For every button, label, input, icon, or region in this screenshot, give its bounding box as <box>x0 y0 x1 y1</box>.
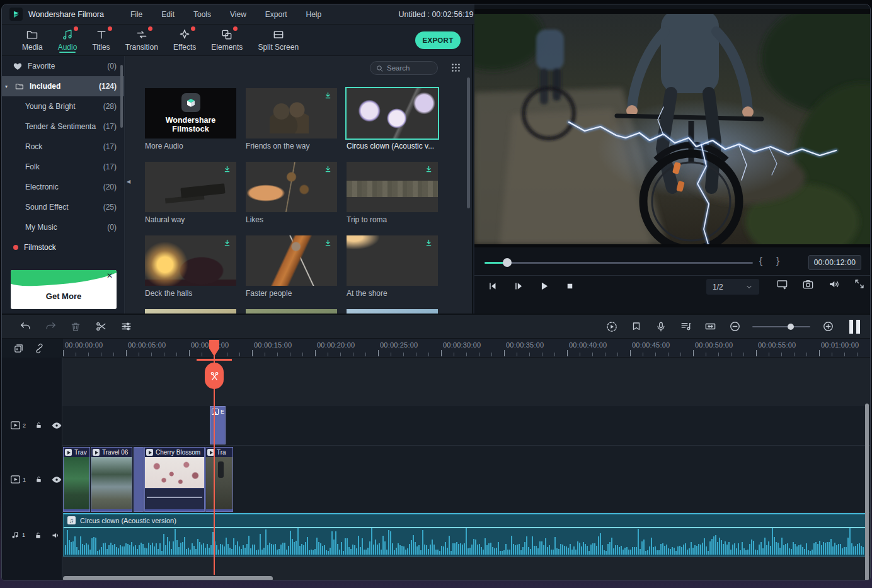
audio-volume-envelope[interactable] <box>64 527 866 528</box>
stop-button[interactable] <box>562 279 577 294</box>
sidebar-scrollbar[interactable] <box>120 65 123 128</box>
mark-in-icon[interactable]: { <box>759 255 762 266</box>
sidebar-item-rock[interactable]: Rock (17) <box>2 137 124 157</box>
audio-card-circus-clown[interactable]: Circus clown (Acoustic v... <box>347 88 438 150</box>
library-scrollbar[interactable] <box>467 77 470 208</box>
download-arrow-icon[interactable] <box>424 239 433 248</box>
video-track-2-lane[interactable] <box>2 405 871 446</box>
undo-icon[interactable] <box>18 320 32 334</box>
download-arrow-icon[interactable] <box>424 165 433 174</box>
sidebar-item-tender-sentimental[interactable]: Tender & Sentimenta (17) <box>2 116 124 137</box>
timeline-vertical-scrollbar[interactable] <box>865 404 869 580</box>
banner-close-icon[interactable]: ✕ <box>106 273 113 279</box>
audio-card-friends-on-the-way[interactable]: Friends on the way <box>246 88 337 150</box>
preview-page-select[interactable]: 1/2 <box>706 279 759 295</box>
volume-icon[interactable] <box>828 278 840 290</box>
next-frame-button[interactable] <box>510 279 525 294</box>
menu-file[interactable]: File <box>130 10 142 19</box>
link-clips-icon[interactable] <box>34 343 45 354</box>
sidebar-item-sound-effect[interactable]: Sound Effect (25) <box>2 197 124 217</box>
display-device-icon[interactable] <box>776 278 788 290</box>
timeline-clip-element[interactable]: E <box>210 406 226 444</box>
audio-card-trip-to-roma[interactable]: Trip to roma <box>347 162 438 224</box>
timeline-audio-clip-circus-clown[interactable]: ♫ Circus clown (Acoustic version) <box>63 513 866 557</box>
tab-transition[interactable]: Transition <box>118 25 166 55</box>
sidebar-item-electronic[interactable]: Electronic (20) <box>2 177 124 197</box>
search-box[interactable] <box>370 61 438 75</box>
timeline-empty-lane[interactable] <box>2 358 871 405</box>
download-arrow-icon[interactable] <box>222 165 232 174</box>
timeline-zoom-slider[interactable] <box>752 326 810 327</box>
timeline-clip-travel-06[interactable]: Travel 06 <box>91 447 132 512</box>
menu-view[interactable]: View <box>230 10 246 19</box>
sidebar-item-included[interactable]: ▾ Included (124) <box>2 76 124 96</box>
sidebar-item-young-bright[interactable]: Young & Bright (28) <box>2 96 124 116</box>
tab-titles[interactable]: Titles <box>84 25 117 55</box>
playhead-scissors-button[interactable] <box>205 363 224 389</box>
download-arrow-icon[interactable] <box>222 239 232 248</box>
zoom-slider-handle[interactable] <box>788 324 794 330</box>
audio-card-deck-the-halls[interactable]: Deck the halls <box>145 235 236 298</box>
play-button[interactable] <box>536 279 551 294</box>
chevron-expanded-icon[interactable]: ▾ <box>5 84 8 89</box>
audio-card-more-audio[interactable]: WondershareFilmstock More Audio <box>145 88 236 150</box>
get-more-banner[interactable]: ✕ Get More <box>11 270 117 309</box>
audio-card-likes[interactable]: Likes <box>246 162 337 224</box>
eye-visibility-icon[interactable] <box>52 422 62 429</box>
menu-tools[interactable]: Tools <box>193 10 211 19</box>
delete-trash-icon[interactable] <box>69 320 83 334</box>
render-preview-icon[interactable] <box>605 320 619 334</box>
timeline-ruler[interactable]: 00:00:00:0000:00:05:0000:00:10:0000:00:1… <box>2 339 871 358</box>
audio-mixer-icon[interactable] <box>679 320 692 334</box>
speaker-icon[interactable] <box>51 531 60 540</box>
zoom-out-icon[interactable] <box>728 320 742 334</box>
redo-icon[interactable] <box>43 320 57 334</box>
mark-out-icon[interactable]: } <box>776 255 779 266</box>
menu-help[interactable]: Help <box>306 10 321 19</box>
tab-split-screen[interactable]: Split Screen <box>250 25 306 55</box>
menu-edit[interactable]: Edit <box>161 10 175 19</box>
lock-open-icon[interactable] <box>35 421 43 429</box>
adjust-settings-icon[interactable] <box>119 320 133 334</box>
audio-card-faster-people[interactable]: Faster people <box>246 235 337 298</box>
sidebar-item-folk[interactable]: Folk (17) <box>2 157 124 177</box>
previous-frame-button[interactable] <box>485 279 500 294</box>
download-arrow-icon[interactable] <box>323 239 333 248</box>
zoom-in-icon[interactable] <box>821 320 835 334</box>
tab-effects[interactable]: Effects <box>166 25 204 55</box>
download-arrow-icon[interactable] <box>323 91 333 101</box>
sidebar-item-my-music[interactable]: My Music (0) <box>2 217 124 237</box>
timeline-clip-tra[interactable]: Tra <box>205 447 233 512</box>
seek-bar-handle[interactable] <box>503 258 512 267</box>
timeline-transition-block[interactable] <box>134 447 144 512</box>
export-button[interactable]: EXPORT <box>415 31 461 49</box>
sidebar-item-favorite[interactable]: Favorite (0) <box>2 56 124 76</box>
lock-open-icon[interactable] <box>35 475 43 483</box>
split-scissors-icon[interactable] <box>94 320 108 334</box>
tab-elements[interactable]: Elements <box>204 25 250 55</box>
tab-media[interactable]: Media <box>14 25 50 55</box>
audio-card-at-the-shore[interactable]: At the shore <box>347 235 438 298</box>
search-input[interactable] <box>387 64 431 72</box>
preview-video-frame[interactable] <box>474 9 871 247</box>
menu-export[interactable]: Export <box>265 10 287 19</box>
manage-tracks-icon[interactable] <box>13 343 24 354</box>
snapshot-camera-icon[interactable] <box>802 278 814 290</box>
fit-timeline-icon[interactable] <box>703 320 717 334</box>
eye-visibility-icon[interactable] <box>52 476 62 483</box>
sidebar-item-filmstock[interactable]: Filmstock <box>2 237 124 257</box>
preview-seek-bar[interactable] <box>485 262 753 264</box>
lock-open-icon[interactable] <box>34 531 42 540</box>
fullscreen-icon[interactable] <box>854 278 865 290</box>
pause-bars-icon[interactable] <box>849 320 860 334</box>
audio-card-natural-way[interactable]: Natural way <box>145 162 236 224</box>
marker-flag-icon[interactable] <box>629 320 643 334</box>
timeline-horizontal-scrollbar[interactable] <box>63 576 273 580</box>
download-arrow-icon[interactable] <box>323 165 333 174</box>
timeline-clip-trav[interactable]: Trav <box>63 447 90 512</box>
tab-audio[interactable]: Audio <box>50 25 85 55</box>
sidebar-collapse-arrow[interactable]: ◀ <box>125 176 132 187</box>
timeline-clip-cherry-blossom[interactable]: Cherry Blossom <box>144 447 205 512</box>
grid-view-icon[interactable] <box>450 62 461 75</box>
voiceover-mic-icon[interactable] <box>654 320 668 334</box>
